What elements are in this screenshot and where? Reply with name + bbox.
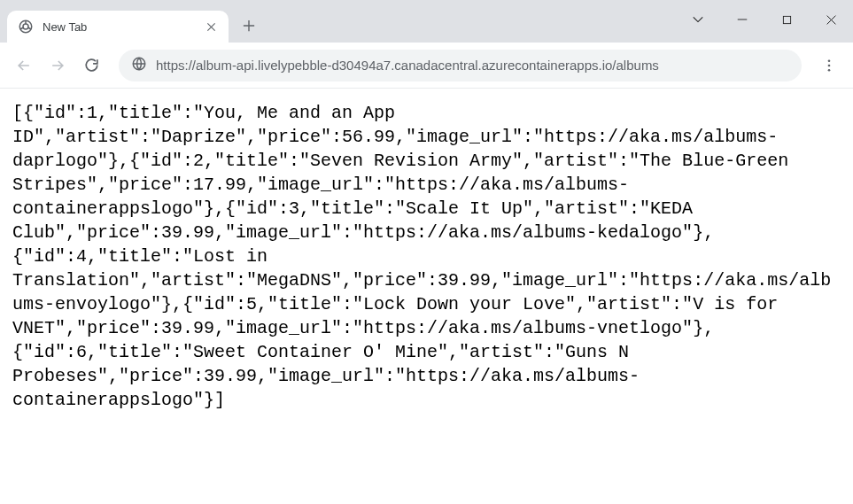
svg-point-1 [23,24,28,29]
forward-button[interactable] [41,49,74,82]
response-body[interactable]: [{"id":1,"title":"You, Me and an App ID"… [0,89,853,424]
svg-rect-2 [783,16,790,23]
svg-point-4 [828,59,831,62]
svg-point-6 [828,68,831,71]
page-viewport[interactable]: [{"id":1,"title":"You, Me and an App ID"… [0,89,853,504]
browser-menu-button[interactable] [812,49,846,82]
url-host: https://album-api.livelypebble-d30494a7.… [156,58,616,73]
address-bar[interactable]: https://album-api.livelypebble-d30494a7.… [119,50,802,81]
close-window-button[interactable] [809,4,853,35]
window-controls [676,4,853,35]
browser-tab[interactable]: New Tab [7,11,229,43]
titlebar: New Tab [0,0,853,43]
new-tab-button[interactable] [236,12,262,39]
site-info-icon[interactable] [131,56,147,74]
reload-button[interactable] [74,49,108,82]
minimize-button[interactable] [720,4,764,35]
window-chevron-icon[interactable] [676,4,720,35]
toolbar: https://album-api.livelypebble-d30494a7.… [0,43,853,89]
tab-title: New Tab [43,20,204,34]
tab-close-icon[interactable] [204,19,218,34]
back-button[interactable] [7,49,41,82]
svg-point-5 [828,64,831,66]
tab-favicon-icon [18,19,34,35]
url-path: albums [616,58,659,73]
url-text[interactable]: https://album-api.livelypebble-d30494a7.… [156,58,789,73]
maximize-button[interactable] [764,4,809,35]
